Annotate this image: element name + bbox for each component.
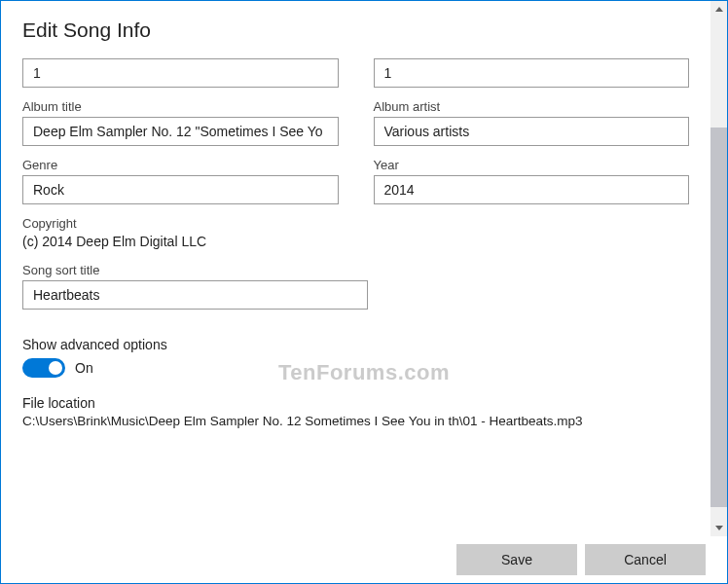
toggle-knob (49, 361, 62, 375)
sort-title-section: Song sort title (22, 263, 689, 310)
advanced-label: Show advanced options (22, 337, 689, 352)
file-location-path: C:\Users\Brink\Music\Deep Elm Sampler No… (22, 414, 689, 428)
advanced-state: On (75, 360, 93, 376)
album-title-label: Album title (22, 99, 339, 114)
track-number-input[interactable] (22, 58, 339, 88)
file-location-section: File location C:\Users\Brink\Music\Deep … (22, 395, 689, 428)
genre-input[interactable] (22, 175, 339, 204)
save-button[interactable]: Save (456, 544, 577, 575)
album-artist-label: Album artist (374, 99, 690, 114)
main-panel: Edit Song Info Album title Album artist (1, 1, 710, 536)
album-artist-input[interactable] (374, 117, 690, 146)
genre-label: Genre (22, 158, 339, 172)
sort-title-label: Song sort title (22, 263, 689, 277)
scrollbar-thumb[interactable] (710, 128, 727, 507)
copyright-label: Copyright (22, 216, 689, 231)
dialog-footer: Save Cancel (1, 536, 727, 583)
content-area: Edit Song Info Album title Album artist (1, 1, 727, 536)
sort-title-input[interactable] (22, 280, 368, 310)
scroll-down-arrow[interactable] (710, 520, 727, 536)
cancel-button[interactable]: Cancel (585, 544, 706, 575)
album-title-input[interactable] (22, 117, 339, 146)
copyright-value: (c) 2014 Deep Elm Digital LLC (22, 234, 689, 249)
scroll-up-arrow[interactable] (710, 1, 727, 18)
year-input[interactable] (374, 175, 690, 204)
year-label: Year (374, 158, 690, 172)
disc-number-input[interactable] (374, 58, 690, 88)
track-disc-row (22, 58, 689, 88)
dialog-title: Edit Song Info (22, 18, 689, 42)
album-row: Album title Album artist (22, 99, 689, 146)
dialog-window: Edit Song Info Album title Album artist (0, 0, 728, 584)
file-location-label: File location (22, 395, 689, 411)
advanced-section: Show advanced options On (22, 337, 689, 378)
genre-year-row: Genre Year (22, 158, 689, 204)
vertical-scrollbar[interactable] (710, 1, 727, 536)
copyright-section: Copyright (c) 2014 Deep Elm Digital LLC (22, 216, 689, 249)
advanced-toggle[interactable] (22, 358, 65, 378)
